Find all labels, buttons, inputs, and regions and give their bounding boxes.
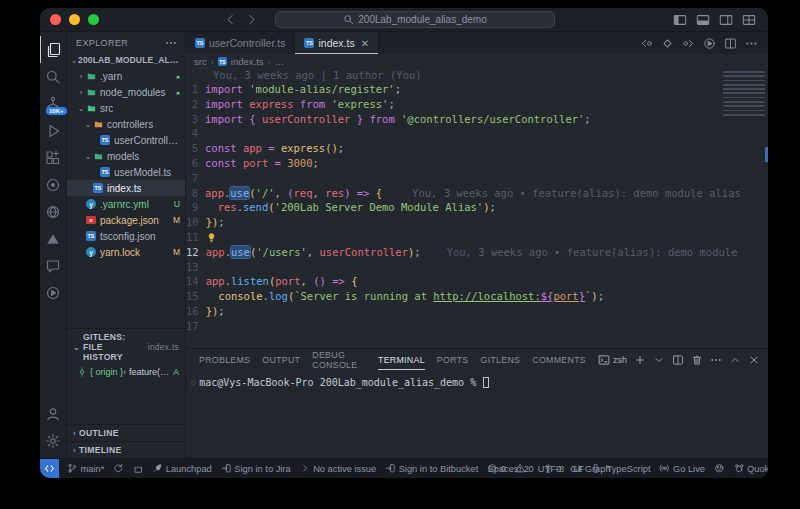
extensions-icon — [45, 150, 61, 166]
activity-item-extensions[interactable] — [40, 144, 67, 171]
status-go-live[interactable]: Go Live — [659, 463, 705, 474]
kill-terminal-icon[interactable] — [691, 354, 703, 366]
activity-item-source-control[interactable]: 10K+ — [40, 90, 67, 117]
timeline-section-header[interactable]: › TIMELINE — [67, 441, 185, 458]
customize-layout-icon[interactable] — [742, 13, 756, 27]
activity-item-run-and-debug[interactable] — [40, 117, 67, 144]
remote-indicator[interactable] — [40, 459, 59, 479]
panel-tab-terminal[interactable]: TERMINAL — [378, 349, 425, 370]
commit-status-badge: A — [173, 367, 179, 377]
tab-usercontroller-ts[interactable]: TSuserController.ts — [186, 32, 295, 54]
tree-item-node-modules[interactable]: ›node_modules● — [67, 84, 185, 100]
status-gitlens-status[interactable] — [133, 463, 144, 474]
status-indentation[interactable]: Spaces: 2 — [487, 464, 528, 474]
new-terminal-icon[interactable] — [634, 354, 646, 366]
tree-item--yarnrc-yml[interactable]: y.yarnrc.ymlU — [67, 196, 185, 212]
code-line: 5const app = express(); — [186, 141, 768, 156]
terminal-dropdown-icon[interactable] — [653, 354, 665, 366]
breadcrumb-folder[interactable]: src — [194, 56, 207, 67]
status-bitbucket-signin[interactable]: Sign in to Bitbucket — [385, 463, 478, 474]
tree-item-usercontroller-ts[interactable]: TSuserController.ts — [67, 132, 185, 148]
status-encoding[interactable]: UTF-8 — [538, 464, 564, 474]
tree-item-models[interactable]: ⌄models — [67, 148, 185, 164]
typescript-file-icon: TS — [304, 38, 314, 48]
status-quokka[interactable]: Quokka — [734, 463, 768, 474]
panel-more-actions-icon[interactable] — [710, 354, 722, 366]
explorer-more-actions-icon[interactable] — [165, 37, 177, 49]
tree-item-label: yarn.lock — [100, 247, 140, 258]
go-live-icon — [659, 463, 670, 474]
tree-item-tsconfig-json[interactable]: TStsconfig.json — [67, 228, 185, 244]
minimize-window-button[interactable] — [69, 14, 80, 25]
tree-item-200lab-module-alias-demo[interactable]: ⌄200LAB_MODULE_ALIAS_DEMO — [67, 52, 185, 68]
status-language-mode[interactable]: {}TypeScript — [593, 463, 650, 474]
token: express — [249, 98, 293, 110]
tree-item-controllers[interactable]: ⌄controllers — [67, 116, 185, 132]
tree-item-src[interactable]: ⌄src — [67, 100, 185, 116]
breadcrumb[interactable]: src › TS index.ts › … — [186, 54, 768, 69]
close-tab-icon[interactable]: ✕ — [361, 38, 369, 49]
status-feedback[interactable] — [714, 463, 725, 474]
back-icon[interactable] — [224, 13, 237, 26]
forward-icon[interactable] — [245, 13, 258, 26]
panel-tab-problems[interactable]: PROBLEMS — [199, 349, 250, 370]
status-sync[interactable] — [113, 463, 124, 474]
tree-item-index-ts[interactable]: TSindex.ts — [67, 180, 185, 196]
close-window-button[interactable] — [50, 14, 61, 25]
activity-item-live-server[interactable] — [40, 279, 67, 306]
activity-item-search[interactable] — [40, 63, 67, 90]
minimap[interactable] — [723, 71, 765, 117]
outline-section-header[interactable]: › OUTLINE — [67, 424, 185, 441]
tree-item-usermodel-ts[interactable]: TSuserModel.ts — [67, 164, 185, 180]
toggle-primary-sidebar-icon[interactable] — [673, 13, 687, 27]
split-editor-icon[interactable] — [724, 37, 737, 50]
tree-item-package-json[interactable]: npackage.jsonM — [67, 212, 185, 228]
activity-item-explorer[interactable] — [40, 36, 67, 63]
gitlens-file-history-header[interactable]: ⌄ GITLENS: FILE HISTORY index.ts — [67, 328, 185, 365]
shell-name: zsh — [613, 355, 627, 365]
activity-item-gitlens-inspect[interactable] — [40, 171, 67, 198]
code-editor[interactable]: You, 3 weeks ago | 1 author (You) 1impor… — [186, 69, 768, 348]
status-jira-signin[interactable]: Sign in to Jira — [221, 463, 291, 474]
toggle-secondary-sidebar-icon[interactable] — [719, 13, 733, 27]
token: listen — [231, 275, 269, 287]
terminal[interactable]: ○ mac@Vys-MacBook-Pro 200Lab_module_alia… — [186, 370, 768, 458]
activity-item-accounts[interactable] — [40, 400, 67, 427]
close-panel-icon[interactable] — [748, 354, 760, 366]
status-launchpad[interactable]: Launchpad — [152, 463, 212, 474]
tree-item--yarn[interactable]: ›.yarn● — [67, 68, 185, 84]
split-terminal-icon[interactable] — [672, 354, 684, 366]
status-active-issue[interactable]: No active issue — [300, 463, 377, 474]
activity-item-comments[interactable] — [40, 252, 67, 279]
next-change-icon[interactable] — [682, 37, 695, 50]
status-git-branch[interactable]: main* — [67, 463, 104, 474]
gitlens-commit-row[interactable]: { origin }› feature(alias): de… A — [67, 365, 185, 380]
command-center-search[interactable]: 200Lab_module_alias_demo — [275, 11, 555, 28]
previous-change-icon[interactable] — [640, 37, 653, 50]
breadcrumb-symbol[interactable]: … — [275, 56, 285, 67]
tab-index-ts[interactable]: TSindex.ts✕ — [295, 32, 379, 54]
maximize-panel-icon[interactable] — [729, 354, 741, 366]
token: req — [294, 187, 313, 199]
tree-item-yarn-lock[interactable]: yyarn.lockM — [67, 244, 185, 260]
zoom-window-button[interactable] — [88, 14, 99, 25]
panel-tab-gitlens[interactable]: GITLENS — [481, 349, 521, 370]
panel-tab-debug-console[interactable]: DEBUG CONSOLE — [312, 349, 366, 370]
activity-item-live-share[interactable] — [40, 198, 67, 225]
panel-tab-output[interactable]: OUTPUT — [262, 349, 300, 370]
line-number: 2 — [186, 97, 205, 112]
code-line: 15 console.log(`Server is running at htt… — [186, 289, 768, 304]
activity-item-settings[interactable] — [40, 427, 67, 454]
run-code-icon[interactable] — [703, 37, 716, 50]
panel-tab-ports[interactable]: PORTS — [437, 349, 469, 370]
gitlens-annotate-icon[interactable] — [661, 37, 674, 50]
status-eol[interactable]: LF — [573, 464, 584, 474]
toggle-panel-icon[interactable] — [696, 13, 710, 27]
activity-item-gitlens[interactable] — [40, 225, 67, 252]
timeline-title: TIMELINE — [79, 445, 122, 455]
lightbulb-icon[interactable] — [206, 232, 217, 243]
panel-tab-comments[interactable]: COMMENTS — [532, 349, 586, 370]
terminal-shell-chip[interactable]: zsh — [598, 354, 627, 366]
breadcrumb-file[interactable]: index.ts — [231, 56, 264, 67]
more-actions-icon[interactable] — [745, 37, 758, 50]
